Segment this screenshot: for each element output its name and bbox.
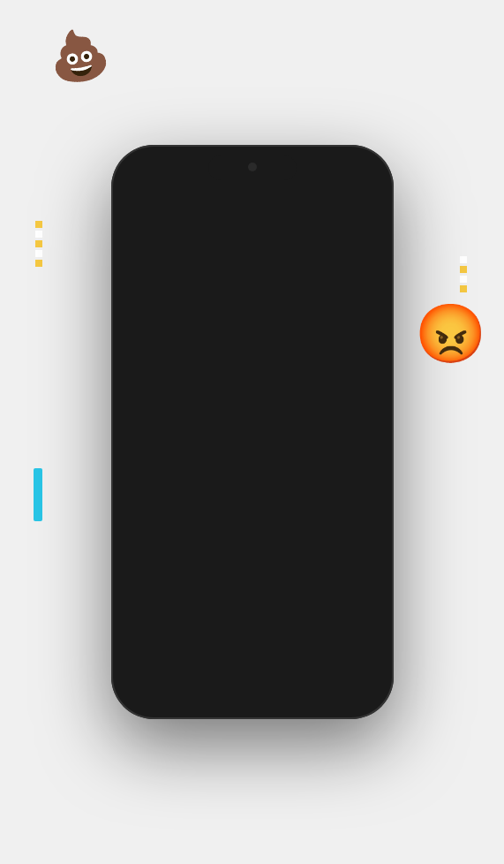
day-sun-label: Sun bbox=[345, 416, 360, 425]
nav-home-button[interactable] bbox=[232, 659, 271, 698]
days-row: Mon 👍 Tue 👎 Wed 👍 Thu 👍 bbox=[143, 416, 362, 457]
day-tue-label: Tue bbox=[183, 416, 196, 425]
blue-bar-decoration bbox=[34, 468, 42, 521]
trophy-text: Who knew you'd get goodies for moving mo… bbox=[143, 597, 362, 625]
phone-container: saucony bbox=[111, 145, 394, 719]
svg-rect-2 bbox=[177, 672, 180, 684]
thumb-tue[interactable]: 👎 bbox=[176, 428, 204, 457]
day-sat: Sat 👍 bbox=[306, 416, 335, 457]
app-header: saucony bbox=[120, 154, 385, 229]
header-pixels bbox=[120, 211, 385, 229]
blue-dot bbox=[311, 271, 317, 277]
motivation-header: Marathumb Motivation bbox=[143, 487, 362, 501]
svg-rect-5 bbox=[321, 683, 330, 685]
thumb-sun[interactable]: 👍 bbox=[339, 428, 367, 457]
date-day: Friday, bbox=[134, 239, 174, 254]
svg-rect-4 bbox=[324, 680, 327, 683]
motivation-text: Runs are where you'll get real tweets fr… bbox=[143, 510, 362, 537]
your-feet-value: 8.2 bbox=[141, 281, 237, 308]
day-fri-label: Fri bbox=[282, 416, 293, 425]
thumb-wed[interactable]: 👍 bbox=[208, 428, 237, 457]
nav-stats-icon[interactable] bbox=[169, 666, 188, 690]
day-fri: Fri 👍 bbox=[274, 416, 302, 457]
thumb-mon[interactable]: 👍 bbox=[143, 428, 171, 457]
trophy-arrow[interactable]: › bbox=[341, 567, 362, 588]
date-rest: Jan. 26, 2024 bbox=[177, 239, 252, 254]
day-wed-label: Wed bbox=[214, 416, 230, 425]
svg-point-0 bbox=[356, 178, 361, 184]
pixel-decoration-left bbox=[35, 221, 42, 267]
trophy-header: Trophy Case › bbox=[143, 567, 362, 588]
your-feet-card[interactable]: Your Feet 8.2 km bbox=[131, 261, 248, 367]
date-display: Friday, Jan. 26, 2024 bbox=[120, 229, 385, 261]
avatar-button[interactable] bbox=[344, 170, 372, 198]
app-title: saucony bbox=[209, 177, 294, 200]
stats-row: Your Feet 8.2 km Your Feed bbox=[120, 261, 385, 367]
motivation-card: Marathumb Motivation Runs are where you'… bbox=[131, 476, 374, 548]
svg-rect-3 bbox=[183, 670, 186, 684]
pink-dot bbox=[141, 271, 147, 277]
day-tue: Tue 👎 bbox=[176, 416, 204, 457]
thumb-fri[interactable]: 👍 bbox=[274, 428, 302, 457]
day-mon-label: Mon bbox=[148, 416, 165, 425]
day-wed: Wed 👍 bbox=[208, 416, 237, 457]
nav-trophy-icon[interactable] bbox=[316, 666, 335, 690]
your-feet-chart bbox=[131, 318, 248, 367]
weekly-summary-card: Weekly Summary › Mon 👍 Tue 👎 We bbox=[131, 375, 374, 467]
thumb-sat[interactable]: 👍 bbox=[306, 428, 335, 457]
day-thu-label: Thu bbox=[247, 416, 262, 425]
your-feed-value: 2.1 bbox=[267, 281, 364, 308]
day-thu: Thu 👍 bbox=[241, 416, 269, 457]
weekly-summary-title: Weekly Summary bbox=[143, 390, 245, 404]
motivation-title: Marathumb Motivation bbox=[143, 487, 275, 501]
day-sat-label: Sat bbox=[313, 416, 326, 425]
trophy-card: Trophy Case › Who knew you'd get goodies… bbox=[131, 557, 374, 635]
poop-emoji: 💩 bbox=[44, 22, 114, 89]
bottom-nav bbox=[120, 653, 385, 710]
your-feed-chart bbox=[257, 318, 374, 367]
weekly-summary-header: Weekly Summary › bbox=[143, 386, 362, 407]
angry-emoji: 😡 bbox=[415, 300, 486, 368]
day-mon: Mon 👍 bbox=[143, 416, 171, 457]
your-feed-card[interactable]: Your Feed 2.1 km bbox=[257, 261, 374, 367]
your-feed-label: Your Feed bbox=[267, 269, 364, 279]
pixel-decoration-right bbox=[460, 256, 467, 292]
thumb-thu[interactable]: 👍 bbox=[241, 428, 269, 457]
day-sun: Sun 👍 bbox=[339, 416, 367, 457]
your-feet-label: Your Feet bbox=[141, 269, 237, 279]
svg-rect-1 bbox=[170, 677, 174, 684]
phone-screen: saucony bbox=[120, 154, 385, 710]
trophy-title: Trophy Case bbox=[143, 571, 217, 585]
weekly-summary-arrow[interactable]: › bbox=[341, 386, 362, 407]
